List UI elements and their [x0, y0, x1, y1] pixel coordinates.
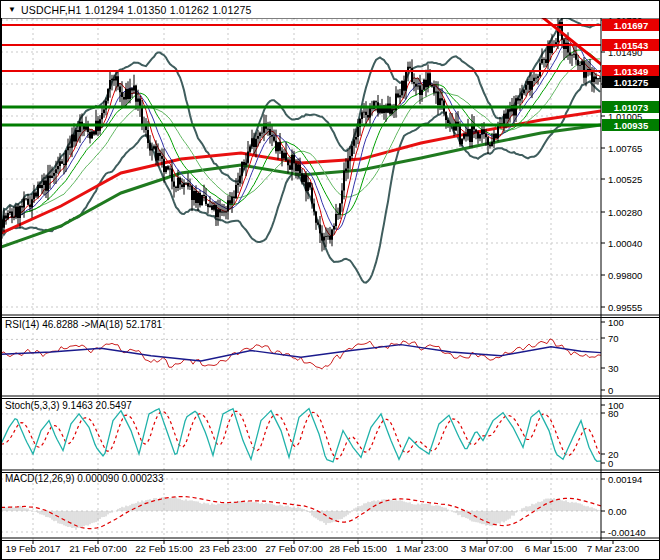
axis-tick-label: 30: [608, 363, 619, 374]
stoch-indicator-label: Stoch(5,3,3) 9.1463 20.5497: [5, 400, 132, 411]
chart-info-bar: ▼ USDCHF,H1 1.01294 1.01350 1.01262 1.01…: [1, 1, 660, 18]
axis-tick-label: 80: [608, 408, 619, 419]
axis-tick-label: 0.00: [608, 506, 627, 517]
axis-tick-label: 0.99555: [608, 302, 642, 313]
price-badge-label: 1.01349: [614, 66, 648, 77]
chart-title-ohlc: USDCHF,H1 1.01294 1.01350 1.01262 1.0127…: [21, 4, 252, 16]
date-label: 21 Feb 07:00: [69, 543, 127, 554]
axis-tick-label: 1.00765: [608, 143, 642, 154]
date-label: 27 Feb 07:00: [265, 543, 323, 554]
date-label: 19 Feb 2017: [5, 543, 60, 554]
date-label: 6 Mar 15:00: [525, 543, 578, 554]
price-badge-label: 1.01073: [614, 102, 648, 113]
price-badge-label: 1.01543: [614, 40, 648, 51]
symbol-marker-icon: ▼: [8, 6, 16, 14]
axis-tick-label: 1.00280: [608, 207, 642, 218]
date-label: 23 Feb 23:00: [199, 543, 257, 554]
price-badge-label: 1.00935: [614, 120, 649, 131]
time-axis[interactable]: 19 Feb 201721 Feb 07:0022 Feb 15:0023 Fe…: [5, 541, 639, 554]
axis-tick-label: 100: [608, 317, 624, 328]
axis-tick-label: 70: [608, 333, 619, 344]
date-label: 22 Feb 15:00: [135, 543, 193, 554]
axis-tick-label: -0.00140: [608, 527, 646, 538]
axis-tick-label: 0: [608, 458, 613, 469]
date-label: 1 Mar 23:00: [396, 543, 449, 554]
axis-tick-label: 0.00194: [608, 474, 642, 485]
price-badge-label: 1.01275: [614, 77, 649, 88]
macd-indicator-label: MACD(12,26,9) 0.000090 0.000233: [5, 473, 163, 484]
date-label: 28 Feb 15:00: [329, 543, 387, 554]
chart-window[interactable]: 1.017301.014901.012501.010051.007651.005…: [0, 0, 660, 560]
axis-tick-label: 1.00525: [608, 174, 642, 185]
date-label: 3 Mar 07:00: [461, 543, 514, 554]
date-label: 7 Mar 23:00: [587, 543, 640, 554]
rsi-indicator-label: RSI(14) 46.8288 ->MA(18) 52.1781: [5, 319, 162, 330]
axis-tick-label: 1.00040: [608, 238, 642, 249]
price-badge-label: 1.01697: [614, 20, 648, 31]
axis-tick-label: 0: [608, 385, 613, 396]
axis-tick-label: 0.99800: [608, 270, 642, 281]
